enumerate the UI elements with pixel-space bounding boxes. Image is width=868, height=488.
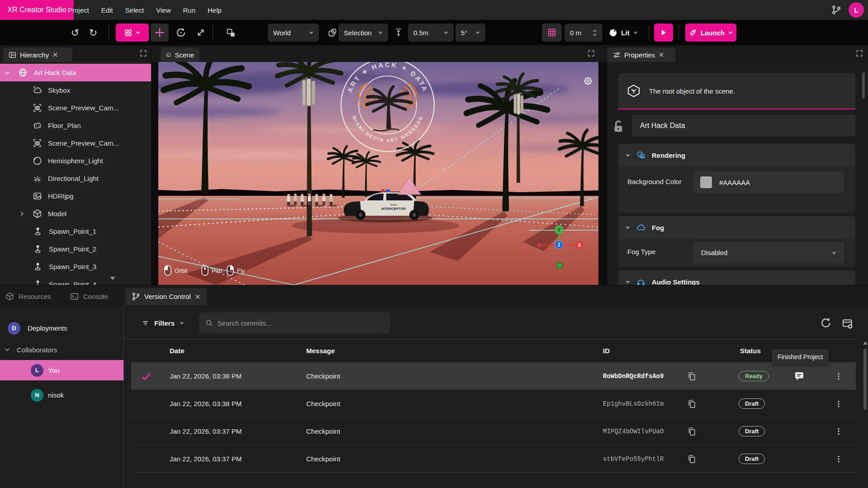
section-audio[interactable]: Audio Settings (618, 270, 855, 285)
hierarchy-item[interactable]: Floor_Plan (0, 117, 152, 134)
tab-properties[interactable]: Properties (607, 47, 675, 62)
rotate-tool-button[interactable] (172, 24, 190, 42)
copy-icon[interactable] (687, 362, 696, 390)
hierarchy-item[interactable]: Scene_Preview_Cam... (0, 134, 152, 152)
hierarchy-item[interactable]: HDRIjpg (0, 187, 152, 205)
object-name-field[interactable]: Art Hack Data (632, 115, 855, 137)
rocket-icon (689, 28, 697, 37)
selection-mode-select[interactable]: Selection (338, 24, 388, 42)
layout-grid-button[interactable] (116, 24, 149, 42)
menu-select[interactable]: Select (125, 6, 144, 14)
gizmo-x-label: X (578, 243, 581, 248)
sidebar-member-nisok[interactable]: N nisok (0, 385, 123, 405)
scene-viewport[interactable]: DATA INTERCEPTOR ART ✦ HACK ✦ DATA MIAMI… (158, 62, 598, 285)
copy-icon[interactable] (687, 445, 696, 473)
fog-type-select[interactable]: Disabled (693, 242, 844, 263)
chevron-right-icon[interactable] (19, 211, 24, 216)
hierarchy-item[interactable]: Spawn_Point_2 (0, 240, 152, 258)
user-avatar[interactable]: L (849, 2, 864, 18)
tab-version-control[interactable]: Version Control (125, 288, 207, 305)
hierarchy-icon (9, 51, 16, 59)
hierarchy-item[interactable]: Spawn_Point_3 (0, 258, 152, 275)
menu-view[interactable]: View (156, 6, 171, 14)
comment-icon[interactable] (794, 362, 805, 390)
close-icon[interactable] (52, 52, 58, 57)
tab-scene[interactable]: Scene (161, 47, 199, 62)
hierarchy-item-model[interactable]: Model (0, 205, 152, 223)
undo-button[interactable]: ↺ (68, 24, 82, 42)
close-icon[interactable] (195, 294, 200, 299)
scroll-up-arrow[interactable] (863, 341, 868, 345)
expand-panel-icon[interactable] (140, 50, 147, 57)
commit-row[interactable]: Jan 22, 2026, 03:38 PM Checkpoint RoWbDn… (131, 362, 856, 390)
lock-open-icon[interactable] (612, 118, 625, 135)
scrollbar-thumb[interactable] (862, 72, 865, 99)
hierarchy-item[interactable]: Directional_Light (0, 170, 152, 187)
filters-button[interactable]: Filters (142, 313, 184, 333)
rotate-snap-select[interactable]: 5° (455, 24, 485, 42)
row-menu-icon[interactable] (835, 417, 843, 445)
commit-row[interactable]: Jan 22, 2026, 03:37 PM Checkpoint MIPQZ4… (131, 417, 856, 445)
row-menu-icon[interactable] (835, 362, 843, 390)
tab-console[interactable]: Console (70, 288, 108, 305)
row-menu-icon[interactable] (835, 484, 843, 488)
expand-viewport-icon[interactable] (588, 50, 594, 57)
hierarchy-item[interactable]: Spawn_Point_1 (0, 223, 152, 240)
commit-row[interactable]: Jan 22, 2026, 03:38 PM Checkpoint Ep1ghv… (131, 390, 856, 417)
hierarchy-item-label: Floor_Plan (48, 122, 81, 129)
redo-button[interactable]: ↻ (86, 24, 100, 42)
commit-row[interactable]: Jan 22, 2026, 03:37 PM Checkpoint stbVfe… (131, 445, 856, 473)
scale-tool-button[interactable] (192, 24, 210, 42)
scrollbar-thumb[interactable] (863, 349, 867, 410)
snap-height-button[interactable] (393, 24, 404, 42)
car-text-interceptor: INTERCEPTOR (381, 207, 406, 211)
sidebar-item-deployments[interactable]: D Deployments (0, 318, 123, 338)
commit-date: Jan 22, 2026, 03:38 PM (170, 390, 242, 417)
hierarchy-item[interactable]: Hemisphere_Light (0, 152, 152, 170)
launch-button[interactable]: Launch (685, 24, 736, 42)
hierarchy-item[interactable]: Skybox (0, 81, 152, 99)
tab-hierarchy[interactable]: Hierarchy (3, 47, 72, 62)
menu-edit[interactable]: Edit (101, 6, 113, 14)
menu-help[interactable]: Help (208, 6, 222, 14)
menu-project[interactable]: Project (68, 6, 89, 14)
row-menu-icon[interactable] (835, 445, 843, 473)
app-title[interactable]: XR Creator Studio (0, 0, 74, 20)
shading-mode-select[interactable]: Lit (605, 24, 641, 42)
grid-snap-button[interactable] (542, 24, 562, 42)
world-space-select[interactable]: World (268, 24, 319, 42)
refresh-icon[interactable] (820, 317, 832, 329)
expand-panel-icon[interactable] (856, 50, 863, 57)
hierarchy-item-root[interactable]: Art Hack Data (0, 64, 152, 81)
search-commits-input[interactable] (218, 319, 384, 327)
copy-icon[interactable] (687, 417, 696, 445)
close-icon[interactable] (659, 52, 664, 57)
sidebar-member-you[interactable]: L You (0, 360, 123, 380)
commit-row-partial[interactable] (131, 473, 856, 488)
move-snap-select[interactable]: 0.5m (408, 24, 454, 42)
chevron-up-icon (593, 29, 597, 32)
section-fog[interactable]: Fog (618, 216, 855, 239)
scroll-down-arrow[interactable] (110, 277, 115, 280)
copy-icon[interactable] (687, 484, 696, 488)
duplicate-button[interactable] (223, 24, 239, 42)
menu-run[interactable]: Run (183, 6, 196, 14)
new-window-settings-icon[interactable] (842, 318, 854, 330)
hint-pan: Pan (212, 267, 222, 274)
color-swatch[interactable] (700, 176, 712, 188)
commit-message: Checkpoint (306, 445, 340, 473)
background-color-field[interactable]: #AAAAAA (693, 171, 844, 193)
row-menu-icon[interactable] (835, 390, 843, 417)
height-snap-stepper[interactable]: 0 m (564, 24, 602, 42)
stepper-arrows[interactable] (593, 29, 597, 36)
move-tool-button[interactable] (151, 24, 169, 42)
chevron-down-icon[interactable] (5, 70, 10, 76)
play-button[interactable] (654, 24, 673, 42)
hierarchy-item[interactable]: Scene_Preview_Cam... (0, 99, 152, 117)
copy-icon[interactable] (687, 390, 696, 417)
section-rendering[interactable]: Rendering (618, 144, 855, 166)
git-branch-icon[interactable] (831, 5, 841, 15)
tab-resources[interactable]: Resources (5, 288, 51, 305)
search-commits-box (199, 313, 390, 333)
hierarchy-item[interactable]: Spawn_Point_4 (0, 275, 152, 285)
